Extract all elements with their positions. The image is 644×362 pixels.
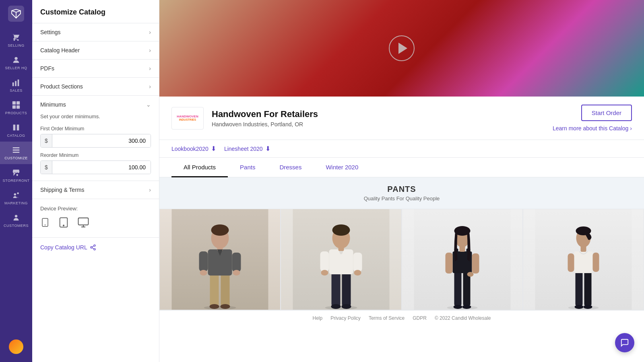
lookbook-download-link[interactable]: Lookbook2020 ⬇ [171, 145, 216, 152]
linesheet-download-link[interactable]: Linesheet 2020 ⬇ [224, 145, 270, 152]
svg-point-60 [462, 305, 471, 309]
product-tabs: All Products Pants Dresses Winter 2020 [159, 158, 644, 177]
sidebar-item-products-label: Products [5, 111, 27, 115]
settings-menu-item[interactable]: Settings › [32, 23, 159, 41]
tablet-device-icon[interactable] [58, 217, 69, 230]
sidebar-item-storefront[interactable]: Storefront [0, 164, 32, 187]
copy-catalog-link[interactable]: Copy Catalog URL [40, 244, 151, 251]
shipping-terms-chevron-icon: › [149, 187, 151, 193]
sidebar-item-marketing[interactable]: Marketing [0, 187, 32, 209]
sidebar-item-products[interactable]: Products [0, 97, 32, 119]
svg-rect-32 [199, 251, 208, 272]
product-sections-menu-item[interactable]: Product Sections › [32, 77, 159, 95]
svg-point-12 [14, 193, 17, 195]
svg-point-22 [94, 249, 95, 250]
terms-of-service-link[interactable]: Terms of Service [369, 315, 405, 321]
svg-point-74 [575, 305, 584, 309]
section-subtitle: Quality Pants For Quality People [167, 195, 637, 202]
brand-info: Handwoven For Retailers Handwoven Indust… [212, 109, 318, 128]
sidebar-item-selling[interactable]: Selling [0, 29, 32, 51]
svg-rect-6 [17, 101, 20, 105]
svg-point-71 [568, 306, 599, 310]
gdpr-link[interactable]: GDPR [413, 315, 427, 321]
svg-rect-27 [210, 274, 219, 306]
lookbook-label: Lookbook2020 [171, 146, 208, 152]
product-card-1[interactable] [159, 209, 281, 310]
svg-point-14 [15, 215, 17, 217]
tab-pants[interactable]: Pants [228, 158, 267, 177]
help-link[interactable]: Help [313, 315, 323, 321]
product-card-4[interactable] [523, 209, 644, 310]
sidebar-item-seller-hq[interactable]: Seller HQ [0, 51, 32, 74]
reorder-input-group: $ [40, 160, 151, 174]
settings-label: Settings [40, 29, 61, 35]
hero-banner [159, 0, 644, 97]
svg-rect-19 [78, 218, 89, 225]
svg-point-44 [331, 304, 341, 309]
section-title: PANTS [167, 185, 637, 194]
shipping-terms-menu-item[interactable]: Shipping & Terms › [32, 181, 159, 199]
svg-point-69 [454, 226, 471, 236]
start-order-button[interactable]: Start Order [581, 105, 632, 121]
svg-rect-65 [472, 253, 479, 274]
product-grid [159, 209, 644, 310]
catalog-header-chevron-icon: › [149, 47, 151, 53]
user-avatar[interactable] [9, 339, 23, 354]
minimums-label: Minimums [40, 101, 66, 108]
product-image-3 [402, 209, 522, 310]
mobile-device-icon[interactable] [40, 218, 50, 230]
svg-rect-28 [221, 274, 230, 306]
catalog-header-label: Catalog Header [40, 47, 80, 53]
sidebar-item-customize[interactable]: Customize [0, 142, 32, 164]
tab-winter-2020[interactable]: Winter 2020 [314, 158, 370, 177]
pants-section-header: PANTS Quality Pants For Quality People [159, 177, 644, 209]
learn-more-link[interactable]: Learn more about this Catalog › [553, 125, 632, 132]
product-card-2[interactable] [281, 209, 402, 310]
catalog-header-menu-item[interactable]: Catalog Header › [32, 41, 159, 59]
app-logo[interactable] [7, 5, 25, 23]
brand-subtext: Handwoven Industries, Portland, OR [212, 121, 318, 128]
product-card-3[interactable] [402, 209, 523, 310]
svg-point-18 [63, 225, 64, 226]
sidebar-item-customize-label: Customize [4, 156, 27, 160]
sidebar-title: Customize Catalog [32, 0, 159, 23]
first-order-minimum-input[interactable] [52, 134, 151, 147]
product-image-2 [281, 209, 401, 310]
sidebar-item-sales[interactable]: Sales [0, 74, 32, 97]
sidebar-item-customers-label: Customers [4, 224, 29, 228]
pdfs-menu-item[interactable]: PDFs › [32, 59, 159, 77]
svg-rect-5 [12, 101, 16, 105]
tab-dresses[interactable]: Dresses [267, 158, 314, 177]
privacy-policy-link[interactable]: Privacy Policy [330, 315, 361, 321]
svg-rect-33 [232, 253, 241, 272]
svg-rect-73 [584, 272, 592, 306]
sidebar-item-seller-hq-label: Seller HQ [5, 66, 27, 70]
svg-point-38 [200, 270, 207, 276]
brand-name: Handwoven For Retailers [212, 109, 318, 119]
chat-button[interactable] [615, 333, 634, 352]
svg-point-20 [94, 245, 95, 246]
svg-rect-42 [332, 273, 341, 306]
desktop-device-icon[interactable] [77, 216, 89, 231]
download-links-section: Lookbook2020 ⬇ Linesheet 2020 ⬇ [159, 140, 644, 158]
sidebar-item-marketing-label: Marketing [4, 201, 28, 205]
linesheet-label: Linesheet 2020 [224, 146, 263, 152]
minimums-menu-item[interactable]: Minimums ⌄ [32, 95, 159, 113]
copy-catalog-section: Copy Catalog URL [32, 237, 159, 257]
sidebar-item-selling-label: Selling [8, 43, 25, 47]
svg-rect-57 [454, 272, 462, 306]
svg-point-29 [210, 304, 219, 309]
product-image-1 [160, 209, 280, 310]
svg-point-45 [342, 304, 351, 309]
learn-more-label: Learn more about this Catalog [553, 125, 628, 132]
play-video-button[interactable] [389, 35, 415, 61]
brand-section: HANDWOVEN INDUSTRIES Handwoven For Retai… [159, 97, 644, 140]
tab-all-products[interactable]: All Products [171, 158, 228, 177]
sidebar-item-catalog[interactable]: Catalog [0, 119, 32, 142]
svg-rect-64 [446, 253, 453, 274]
sidebar-item-customers[interactable]: Customers [0, 209, 32, 232]
product-sections-chevron-icon: › [149, 83, 151, 90]
reorder-minimum-input[interactable] [52, 161, 151, 174]
svg-point-26 [204, 306, 236, 310]
svg-rect-72 [576, 272, 583, 306]
